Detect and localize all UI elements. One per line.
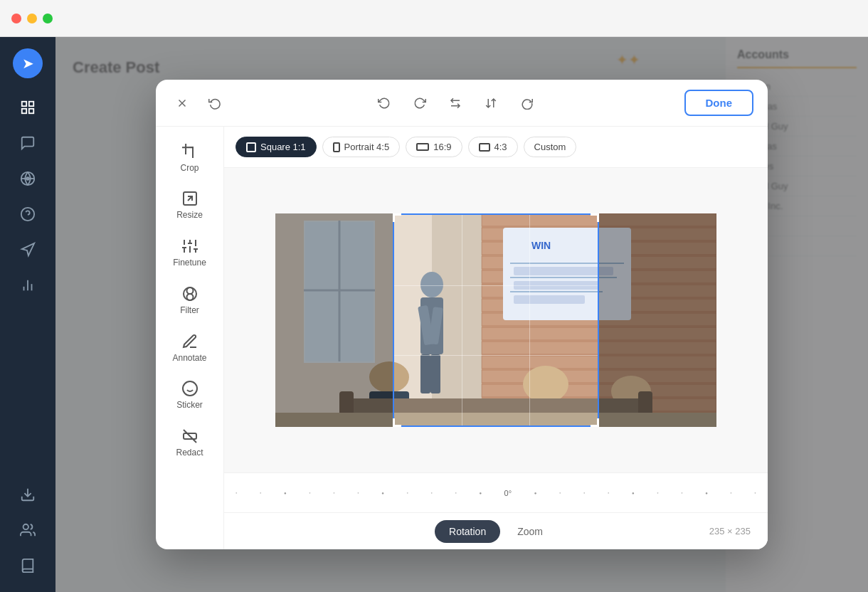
crop-label: Crop <box>180 163 199 173</box>
wide-label: 16:9 <box>433 142 451 152</box>
redo-btn[interactable] <box>408 93 432 112</box>
image-editor-modal: Done Crop <box>156 80 768 549</box>
maximize-button[interactable] <box>43 14 53 23</box>
tool-annotate[interactable]: Annotate <box>160 325 219 370</box>
rotation-bar: ● ● ● ● ● ● ● ● ● ● <box>224 472 768 512</box>
dimensions-display: 235 × 235 <box>709 526 751 536</box>
ruler-dot-large: ● <box>534 491 537 495</box>
svg-point-73 <box>523 366 568 403</box>
ruler-dots-container: ● ● ● ● ● ● ● ● ● ● <box>235 489 756 497</box>
history-btn[interactable] <box>203 93 227 112</box>
ruler-dot: ● <box>406 491 408 495</box>
finetune-label: Finetune <box>173 258 206 268</box>
modal-header-right: Done <box>684 90 754 116</box>
dimensions-wrapper: 235 × 235 <box>557 526 751 536</box>
ruler-dot-large: ● <box>284 491 287 495</box>
sidebar-bottom <box>13 480 43 581</box>
sidebar-item-audience[interactable] <box>13 515 43 545</box>
zoom-tab[interactable]: Zoom <box>503 520 557 543</box>
svg-text:WIN: WIN <box>531 240 551 251</box>
sidebar-item-compose[interactable] <box>13 128 43 158</box>
done-button[interactable]: Done <box>684 90 754 116</box>
svg-rect-62 <box>514 267 613 275</box>
redact-label: Redact <box>176 448 203 458</box>
sidebar: ➤ <box>0 37 55 592</box>
image-canvas[interactable]: WIN <box>224 168 768 472</box>
tool-crop[interactable]: Crop <box>160 135 219 180</box>
ruler-dot: ● <box>235 491 237 495</box>
custom-label: Custom <box>534 142 566 152</box>
portrait-thumb-icon <box>333 142 340 152</box>
tool-redact[interactable]: Redact <box>160 420 219 465</box>
sidebar-item-library[interactable] <box>13 551 43 581</box>
sidebar-item-network[interactable] <box>13 164 43 194</box>
modal-header: Done <box>156 80 768 127</box>
ruler-dot-large: ● <box>479 491 482 495</box>
tool-finetune[interactable]: Finetune <box>160 230 219 275</box>
wide-thumb-icon <box>416 143 429 151</box>
aspect-four3-btn[interactable]: 4:3 <box>468 137 518 157</box>
svg-rect-63 <box>514 281 599 290</box>
portrait-label: Portrait 4:5 <box>344 142 390 152</box>
rotation-tab[interactable]: Rotation <box>435 520 500 543</box>
minimize-button[interactable] <box>27 14 37 23</box>
svg-rect-64 <box>514 295 585 304</box>
sidebar-item-publish[interactable] <box>13 480 43 509</box>
tool-resize[interactable]: Resize <box>160 183 219 228</box>
ruler-dot: ● <box>333 491 334 495</box>
ruler-dot: ● <box>730 491 731 495</box>
four3-label: 4:3 <box>494 142 507 152</box>
undo-btn[interactable] <box>372 93 396 112</box>
sticker-icon <box>181 380 199 398</box>
sidebar-item-support[interactable] <box>13 199 43 229</box>
aspect-ratio-bar: Square 1:1 Portrait 4:5 16:9 <box>224 127 768 168</box>
image-wrapper: WIN <box>275 213 716 427</box>
sidebar-item-dashboard[interactable] <box>13 92 43 122</box>
svg-rect-2 <box>22 109 26 113</box>
rotate-right-btn[interactable] <box>514 93 539 112</box>
image-bg: WIN <box>275 213 716 427</box>
bottom-bar: Rotation Zoom 235 × 235 <box>224 512 768 549</box>
modal-header-center <box>372 93 539 112</box>
sidebar-logo[interactable]: ➤ <box>13 48 43 78</box>
annotate-label: Annotate <box>172 353 206 363</box>
ruler-dot-large: ● <box>705 491 708 495</box>
filter-label: Filter <box>180 305 199 315</box>
ruler-dot: ● <box>309 491 310 495</box>
svg-rect-69 <box>420 354 430 393</box>
svg-point-71 <box>369 361 409 393</box>
svg-rect-1 <box>29 102 33 106</box>
ruler-dot: ● <box>608 491 609 495</box>
svg-point-65 <box>420 272 443 297</box>
close-button[interactable] <box>11 14 21 23</box>
ruler-dot-large: ● <box>632 491 635 495</box>
canvas-area: Square 1:1 Portrait 4:5 16:9 <box>224 127 768 549</box>
aspect-wide-btn[interactable]: 16:9 <box>406 137 462 157</box>
aspect-square-btn[interactable]: Square 1:1 <box>235 137 317 157</box>
redact-icon <box>181 427 199 445</box>
square-thumb-icon <box>246 142 256 152</box>
ruler-dot: ● <box>681 491 682 495</box>
close-modal-btn[interactable] <box>170 93 194 112</box>
tool-filter[interactable]: Filter <box>160 278 219 322</box>
resize-label: Resize <box>176 210 203 220</box>
aspect-portrait-btn[interactable]: Portrait 4:5 <box>322 137 401 157</box>
svg-line-33 <box>184 430 196 443</box>
tool-sticker[interactable]: Sticker <box>160 373 219 418</box>
aspect-custom-btn[interactable]: Custom <box>524 137 577 157</box>
main-content: Create Post ✦✦ Schedule Accounts a Green… <box>55 37 868 592</box>
svg-rect-70 <box>430 354 440 393</box>
svg-point-11 <box>23 524 28 529</box>
sidebar-item-analytics[interactable] <box>13 270 43 300</box>
ruler-dot: ● <box>657 491 658 495</box>
ruler-track[interactable]: ● ● ● ● ● ● ● ● ● ● <box>235 485 756 502</box>
ruler-dot: ● <box>583 491 585 495</box>
svg-rect-80 <box>275 413 716 427</box>
modal-header-left <box>170 93 227 112</box>
sticker-label: Sticker <box>176 400 203 410</box>
flip-v-btn[interactable] <box>479 93 503 112</box>
sidebar-item-campaigns[interactable] <box>13 235 43 265</box>
ruler-dot: ● <box>559 491 561 495</box>
titlebar <box>0 0 868 37</box>
flip-h-btn[interactable] <box>443 93 467 112</box>
